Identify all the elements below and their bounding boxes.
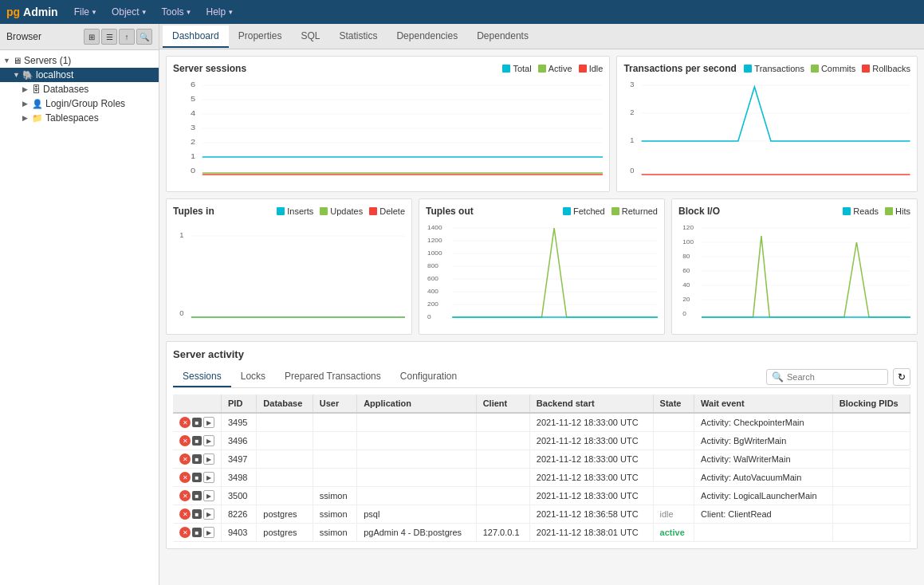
cancel-query-button[interactable]: ✕ — [179, 435, 191, 446]
svg-text:1: 1 — [191, 152, 196, 160]
tree-localhost[interactable]: ▼ 🐘 localhost — [0, 68, 159, 82]
total-label: Total — [513, 64, 531, 73]
terminate-button[interactable]: ■ — [192, 509, 202, 519]
hits-label: Hits — [895, 206, 910, 216]
charts-row-2: Tuples in Inserts Updates — [166, 198, 918, 335]
expand-row-button[interactable]: ▶ — [203, 453, 214, 465]
terminate-button[interactable]: ■ — [192, 418, 202, 427]
cell-user — [313, 450, 356, 469]
tablespaces-label: Tablespaces — [45, 112, 99, 124]
returned-dot — [611, 207, 619, 215]
file-menu[interactable]: File ▼ — [68, 3, 104, 21]
transactions-dot — [744, 65, 752, 73]
tree-tablespaces[interactable]: ▶ 📁 Tablespaces — [0, 111, 159, 125]
refresh-button[interactable]: ↻ — [893, 368, 910, 386]
object-menu[interactable]: Object ▼ — [105, 3, 154, 21]
tab-properties[interactable]: Properties — [229, 26, 292, 48]
cancel-query-button[interactable]: ✕ — [179, 453, 191, 465]
svg-text:40: 40 — [682, 281, 690, 289]
cell-backend-start: 2021-11-12 18:33:00 UTC — [529, 487, 653, 505]
legend-transactions: Transactions — [744, 64, 804, 73]
expand-row-button[interactable]: ▶ — [203, 490, 214, 501]
tree-databases[interactable]: ▶ 🗄 Databases — [0, 82, 159, 96]
tools-menu[interactable]: Tools ▼ — [155, 3, 199, 21]
activity-tab-sessions[interactable]: Sessions — [173, 367, 231, 387]
table-row: ✕ ■ ▶ 3498 2021-11-12 18:33:00 UTC Activ… — [173, 469, 910, 487]
terminate-button[interactable]: ■ — [192, 436, 202, 446]
cancel-query-button[interactable]: ✕ — [179, 527, 191, 538]
cell-blocking-pids — [832, 450, 910, 469]
terminate-button[interactable]: ■ — [192, 473, 202, 482]
cell-database — [257, 413, 313, 432]
cancel-query-button[interactable]: ✕ — [179, 490, 191, 501]
table-row: ✕ ■ ▶ 3500 ssimon 2021-11-12 18:33:00 UT… — [173, 487, 910, 505]
expand-row-button[interactable]: ▶ — [203, 435, 214, 446]
cell-user: ssimon — [313, 505, 356, 524]
cell-wait-event: Activity: LogicalLauncherMain — [694, 487, 833, 505]
cell-wait-event: Client: ClientRead — [694, 505, 833, 524]
server-sessions-panel: Server sessions Total Active — [166, 56, 610, 192]
activity-tab-prepared[interactable]: Prepared Transactions — [275, 367, 391, 387]
svg-text:120: 120 — [682, 224, 694, 231]
arrow-icon[interactable]: ↑ — [119, 29, 135, 45]
search-icon[interactable]: 🔍 — [136, 29, 152, 45]
expand-row-button[interactable]: ▶ — [203, 417, 214, 428]
block-io-header: Block I/O Reads Hits — [678, 206, 910, 217]
cell-database — [257, 432, 313, 450]
cell-database — [257, 487, 313, 505]
table-row: ✕ ■ ▶ 9403 postgres ssimon pgAdmin 4 - D… — [173, 524, 910, 542]
table-view-icon[interactable]: ☰ — [101, 29, 117, 45]
brand-pg: pg — [6, 6, 20, 18]
expand-row-button[interactable]: ▶ — [203, 527, 214, 538]
content-area: Dashboard Properties SQL Statistics Depe… — [159, 24, 924, 585]
col-wait-event: Wait event — [694, 395, 833, 413]
hits-line — [702, 236, 910, 317]
cell-state — [653, 469, 694, 487]
sessions-table: PID Database User Application Client Bac… — [173, 395, 910, 542]
roles-icon: 👤 — [32, 99, 43, 109]
cancel-query-button[interactable]: ✕ — [179, 472, 191, 483]
cell-wait-event: Activity: AutoVacuumMain — [694, 469, 833, 487]
table-row: ✕ ■ ▶ 3495 2021-11-12 18:33:00 UTC Activ… — [173, 413, 910, 432]
tab-dependents[interactable]: Dependents — [467, 26, 538, 48]
svg-text:4: 4 — [191, 109, 196, 117]
cell-blocking-pids — [832, 505, 910, 524]
tab-statistics[interactable]: Statistics — [329, 26, 387, 48]
cell-state: idle — [653, 505, 694, 524]
delete-dot — [369, 207, 377, 215]
row-actions: ✕ ■ ▶ — [173, 450, 222, 469]
terminate-button[interactable]: ■ — [192, 528, 202, 537]
commits-dot — [811, 65, 819, 73]
activity-tabbar: Sessions Locks Prepared Transactions Con… — [173, 367, 910, 388]
cell-backend-start: 2021-11-12 18:38:01 UTC — [529, 524, 653, 542]
tuples-out-title: Tuples out — [426, 206, 474, 217]
search-icon: 🔍 — [772, 371, 784, 383]
grid-view-icon[interactable]: ⊞ — [84, 29, 100, 45]
terminate-button[interactable]: ■ — [192, 491, 202, 501]
cancel-query-button[interactable]: ✕ — [179, 417, 191, 428]
table-row: ✕ ■ ▶ 3497 2021-11-12 18:33:00 UTC Activ… — [173, 450, 910, 469]
search-input[interactable] — [787, 372, 883, 382]
terminate-button[interactable]: ■ — [192, 454, 202, 464]
sessions-rows: ✕ ■ ▶ 3495 2021-11-12 18:33:00 UTC Activ… — [173, 413, 910, 542]
cell-state — [653, 413, 694, 432]
tree-servers[interactable]: ▼ 🖥 Servers (1) — [0, 53, 159, 68]
activity-tab-locks[interactable]: Locks — [231, 367, 275, 387]
cell-pid: 9403 — [222, 524, 257, 542]
expand-row-button[interactable]: ▶ — [203, 472, 214, 483]
reads-label: Reads — [853, 206, 879, 216]
tab-dashboard[interactable]: Dashboard — [163, 26, 229, 48]
brand-admin: Admin — [23, 6, 58, 18]
tab-dependencies[interactable]: Dependencies — [387, 26, 467, 48]
databases-label: Databases — [43, 84, 88, 95]
expand-row-button[interactable]: ▶ — [203, 508, 214, 520]
svg-text:400: 400 — [427, 288, 438, 295]
tree-roles[interactable]: ▶ 👤 Login/Group Roles — [0, 96, 159, 111]
activity-tab-configuration[interactable]: Configuration — [391, 367, 466, 387]
cancel-query-button[interactable]: ✕ — [179, 508, 191, 520]
total-dot — [502, 65, 510, 73]
tab-sql[interactable]: SQL — [291, 26, 329, 48]
help-menu[interactable]: Help ▼ — [199, 3, 240, 21]
col-application: Application — [357, 395, 476, 413]
svg-text:600: 600 — [427, 275, 438, 282]
